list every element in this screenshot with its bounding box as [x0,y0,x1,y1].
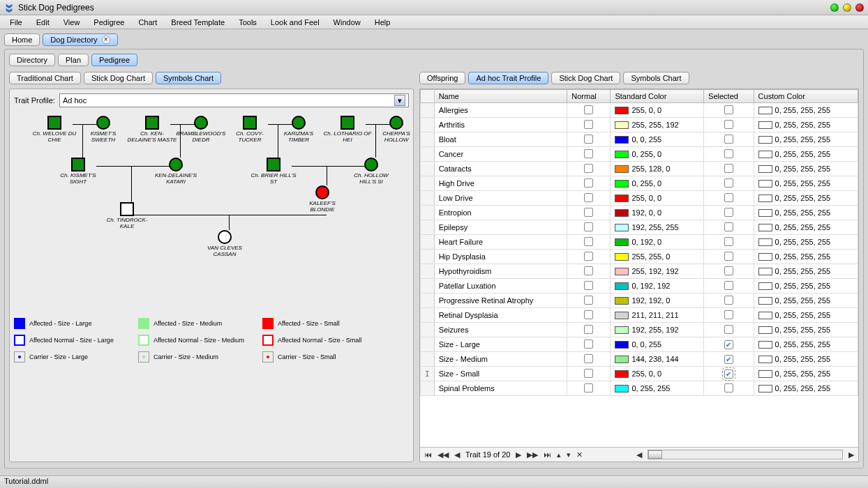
cell-std-color[interactable]: 255, 128, 0 [611,162,704,176]
cell-normal[interactable] [567,103,611,118]
checkbox[interactable] [724,281,733,290]
cell-name[interactable]: High Drive [434,176,567,191]
table-row[interactable]: Heart Failure0, 192, 00, 255, 255, 255 [421,235,858,250]
tab-stick-dog-chart[interactable]: Stick Dog Chart [551,72,620,84]
trait-profile-select[interactable]: Ad hoc ▾ [59,93,409,107]
tab-offspring[interactable]: Offspring [419,72,465,84]
close-button[interactable] [855,3,864,12]
cell-std-color[interactable]: 255, 0, 0 [611,191,704,206]
checkbox[interactable] [724,135,733,144]
tab-home[interactable]: Home [4,33,40,46]
table-row[interactable]: Arthritis255, 255, 1920, 255, 255, 255 [421,118,858,132]
row-handle[interactable] [421,220,435,235]
maximize-button[interactable] [843,3,851,12]
cell-selected[interactable] [704,337,754,352]
menu-view[interactable]: View [57,17,87,28]
cell-selected[interactable] [704,308,754,323]
cell-custom-color[interactable]: 0, 255, 255, 255 [754,279,858,293]
checkbox[interactable] [724,355,733,364]
checkbox[interactable] [724,252,733,261]
checkbox[interactable] [584,281,593,290]
table-row[interactable]: Spinal Problems0, 255, 2550, 255, 255, 2… [421,381,858,396]
pedigree-node[interactable]: Ch. LOTHARIO OF HEI [322,116,373,144]
cell-normal[interactable] [567,162,611,176]
cell-name[interactable]: Allergies [434,103,567,118]
cell-selected[interactable] [704,381,754,396]
cell-custom-color[interactable]: 0, 255, 255, 255 [754,132,858,147]
checkbox[interactable] [724,164,733,173]
cell-normal[interactable] [567,176,611,191]
cell-selected[interactable] [704,118,754,132]
cell-std-color[interactable]: 192, 255, 192 [611,323,704,337]
cell-selected[interactable] [704,132,754,147]
cell-selected[interactable] [704,220,754,235]
table-row[interactable]: Patellar Luxation0, 192, 1920, 255, 255,… [421,279,858,293]
nav-next-page-icon[interactable]: ▶▶ [527,450,538,459]
cell-custom-color[interactable]: 0, 255, 255, 255 [754,206,858,220]
checkbox[interactable] [584,325,593,334]
cell-custom-color[interactable]: 0, 255, 255, 255 [754,293,858,308]
nav-down-icon[interactable]: ▾ [567,450,571,459]
cell-selected[interactable] [704,367,754,381]
row-handle[interactable] [421,147,435,162]
cell-custom-color[interactable]: 0, 255, 255, 255 [754,162,858,176]
cell-selected[interactable] [704,352,754,367]
cell-name[interactable]: Heart Failure [434,235,567,250]
cell-selected[interactable] [704,103,754,118]
tab-plan[interactable]: Plan [58,54,89,66]
pedigree-node[interactable]: Ch. WELOVE DU CHIE [29,116,80,144]
cell-name[interactable]: Epilepsy [434,220,567,235]
checkbox[interactable] [724,369,733,379]
cell-name[interactable]: Hypothyroidism [434,264,567,279]
cell-selected[interactable] [704,191,754,206]
cell-std-color[interactable]: 255, 255, 0 [611,250,704,264]
checkbox[interactable] [724,208,733,217]
tab-ad-hoc-trait-profile[interactable]: Ad hoc Trait Profile [468,72,548,84]
cell-normal[interactable] [567,191,611,206]
checkbox[interactable] [724,193,733,202]
nav-up-icon[interactable]: ▴ [557,450,561,459]
cell-std-color[interactable]: 144, 238, 144 [611,352,704,367]
cell-name[interactable]: Entropion [434,206,567,220]
row-handle[interactable] [421,132,435,147]
col-header-name[interactable]: Name [434,90,567,103]
checkbox[interactable] [584,222,593,231]
checkbox[interactable] [724,340,733,349]
cell-custom-color[interactable]: 0, 255, 255, 255 [754,118,858,132]
checkbox[interactable] [584,369,593,378]
checkbox[interactable] [584,149,593,158]
cell-custom-color[interactable]: 0, 255, 255, 255 [754,103,858,118]
cell-normal[interactable] [567,352,611,367]
cell-std-color[interactable]: 0, 192, 192 [611,279,704,293]
cell-normal[interactable] [567,118,611,132]
table-row[interactable]: Epilepsy192, 255, 2550, 255, 255, 255 [421,220,858,235]
checkbox[interactable] [584,266,593,275]
checkbox[interactable] [584,340,593,349]
row-handle[interactable] [421,308,435,323]
row-handle[interactable] [421,176,435,191]
cell-normal[interactable] [567,250,611,264]
cell-selected[interactable] [704,264,754,279]
row-handle[interactable] [421,279,435,293]
table-row[interactable]: Cancer0, 255, 00, 255, 255, 255 [421,147,858,162]
cell-selected[interactable] [704,293,754,308]
checkbox[interactable] [584,310,593,319]
row-handle[interactable]: I [421,367,435,381]
cell-std-color[interactable]: 192, 255, 255 [611,220,704,235]
cell-std-color[interactable]: 0, 255, 0 [611,176,704,191]
row-handle[interactable] [421,162,435,176]
table-row[interactable]: Hip Dysplasia255, 255, 00, 255, 255, 255 [421,250,858,264]
menu-window[interactable]: Window [327,17,368,28]
pedigree-node[interactable]: VAN CLEVES CASSAN [200,230,250,258]
cell-normal[interactable] [567,220,611,235]
close-icon[interactable]: × [102,36,110,44]
checkbox[interactable] [724,296,733,305]
checkbox[interactable] [724,120,733,129]
row-handle[interactable] [421,337,435,352]
cell-std-color[interactable]: 255, 0, 0 [611,367,704,381]
table-row[interactable]: Retinal Dysplasia211, 211, 2110, 255, 25… [421,308,858,323]
checkbox[interactable] [584,120,593,129]
checkbox[interactable] [584,208,593,217]
pedigree-node[interactable]: KALEEF'S BLONDIE [297,185,347,213]
cell-custom-color[interactable]: 0, 255, 255, 255 [754,381,858,396]
